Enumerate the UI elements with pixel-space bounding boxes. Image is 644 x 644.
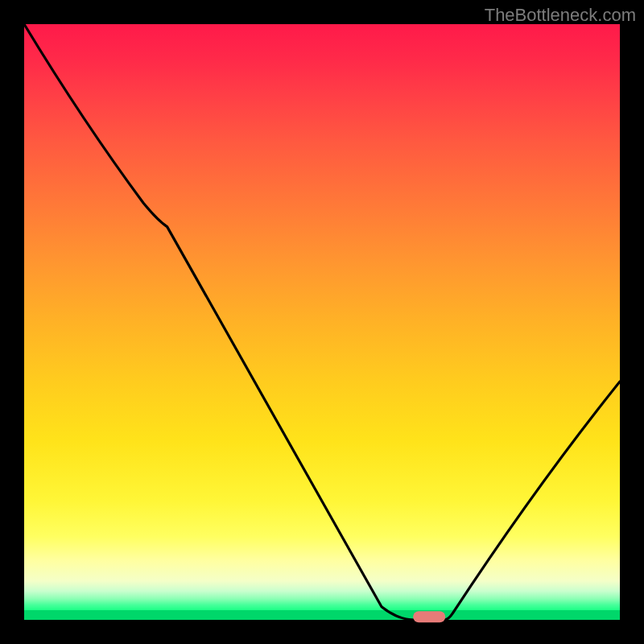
chart-container: TheBottleneck.com [0,0,644,644]
optimal-marker [413,611,445,622]
bottleneck-curve [24,24,620,620]
chart-svg [24,24,620,620]
attribution-label: TheBottleneck.com [485,5,636,26]
plot-area [24,24,620,620]
